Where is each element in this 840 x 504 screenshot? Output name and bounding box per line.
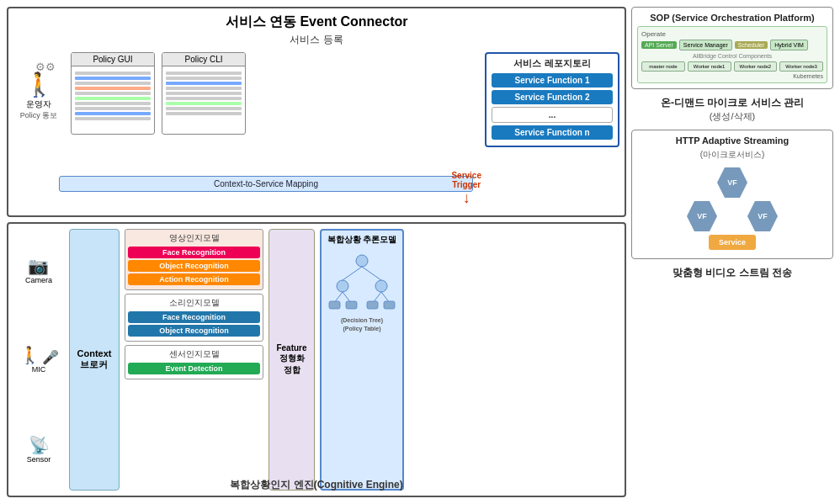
worker-row: master node Worker node1 Worker node2 Wo…	[641, 61, 823, 72]
svg-rect-11	[367, 301, 378, 309]
policy-gui-panel: Policy GUI	[71, 52, 155, 135]
service-btn: Service	[709, 235, 756, 250]
service-manager-block: Service Manager	[679, 40, 732, 50]
master-node: master node	[641, 61, 685, 72]
top-title: 서비스 연동 Event Connector	[13, 13, 619, 31]
policy-panels: Policy GUI	[71, 52, 478, 135]
desc1-sub: (생성/삭제)	[631, 110, 833, 123]
sensor-icon: 📡	[29, 435, 50, 455]
http-box: HTTP Adaptive Streaming (마이크로서비스) VF VF …	[631, 130, 833, 259]
top-inner: ⚙⚙ 🚶 운영자 Policy 통보 Policy GUI	[13, 52, 619, 147]
svg-point-0	[356, 255, 368, 267]
vf-left: VF	[687, 201, 717, 231]
bottom-section: 📷 Camera 🚶 🎤 MIC 📡 Sensor	[7, 222, 626, 497]
cognitive-engine-label: 복합상황인지 엔진(Cognitive Engine)	[8, 478, 625, 492]
worker-node2: Worker node2	[734, 61, 778, 72]
service-trigger: Service Trigger ↓	[451, 171, 481, 207]
decision-tree-svg: (Decision Tree) (Policy Table)	[324, 251, 400, 335]
face-recognition-btn: Face Recognition	[128, 247, 260, 258]
bottom-inner: 📷 Camera 🚶 🎤 MIC 📡 Sensor	[13, 229, 619, 491]
sop-operate-label: Operate	[641, 30, 823, 38]
sound-model-group: 소리인지모델 Face Recognition Object Recogniti…	[125, 294, 263, 342]
camera-label: Camera	[25, 276, 52, 284]
policy-cli-title: Policy CLI	[162, 53, 245, 66]
desc1-text: 온-디맨드 마이크로 서비스 관리	[631, 96, 833, 110]
action-recognition-btn: Action Recognition	[128, 273, 260, 285]
sound-object-btn: Object Recognition	[128, 325, 260, 337]
svg-rect-10	[346, 301, 357, 309]
sf-dots: ...	[492, 107, 613, 123]
inference-title: 복합상황 추론모델	[327, 234, 397, 246]
scheduler-btn: Scheduler	[735, 41, 768, 49]
policy-cli-content	[162, 66, 245, 134]
svg-text:(Policy Table): (Policy Table)	[343, 326, 381, 332]
api-server-btn: API Server	[641, 41, 677, 49]
top-section: 서비스 연동 Event Connector 서비스 등록 ⚙⚙ 🚶 운영자 P…	[7, 7, 626, 217]
sfn-button: Service Function n	[492, 125, 613, 140]
camera-icon: 📷	[28, 256, 49, 276]
desc2-text: 맞춤형 비디오 스트림 전송	[631, 266, 833, 280]
event-detection-btn: Event Detection	[128, 363, 260, 374]
sop-title: SOP (Service Orchestration Platform)	[637, 13, 827, 23]
left-side: 서비스 연동 Event Connector 서비스 등록 ⚙⚙ 🚶 운영자 P…	[7, 7, 626, 497]
sf1-button: Service Function 1	[492, 73, 613, 88]
context-broker: Context 브로커	[69, 229, 120, 491]
video-model-group: 영상인지모델 Face Recognition Object Recogniti…	[125, 229, 263, 290]
sensor-sensor: 📡 Sensor	[27, 435, 51, 464]
svg-text:(Decision Tree): (Decision Tree)	[341, 317, 383, 324]
camera-sensor: 📷 Camera	[25, 256, 52, 284]
service-repo: 서비스 레포지토리 Service Function 1 Service Fun…	[485, 52, 619, 147]
sound-model-title: 소리인지모델	[128, 297, 260, 309]
video-model-title: 영상인지모델	[128, 232, 260, 244]
sensor-model-title: 센서인지모델	[128, 348, 260, 360]
context-mapping: Context-to-Service Mapping	[59, 176, 473, 192]
sop-inner: Operate API Server Service Manager Sched…	[637, 26, 827, 83]
desc2-area: 맞춤형 비디오 스트림 전송	[631, 266, 833, 280]
vf-mid-row: VF VF	[687, 201, 778, 231]
mic-sensor: 🚶 🎤 MIC	[19, 345, 59, 374]
hybrid-vim-block: Hybrid VIM	[770, 40, 808, 50]
kubernetes-label: Kubernetes	[641, 73, 823, 79]
policy-gui-content	[72, 66, 154, 134]
main-container: 서비스 연동 Event Connector 서비스 등록 ⚙⚙ 🚶 운영자 P…	[0, 0, 840, 504]
svg-line-1	[343, 267, 362, 280]
inference-model: 복합상황 추론모델	[320, 229, 404, 491]
svg-point-4	[375, 280, 387, 292]
policy-gui-title: Policy GUI	[72, 53, 154, 66]
mic-label: MIC	[32, 365, 46, 374]
operator-area: ⚙⚙ 🚶 운영자 Policy 통보	[13, 61, 64, 121]
svg-point-3	[337, 280, 348, 292]
svg-line-2	[362, 267, 381, 280]
feature-normalization: Feature 정형화 정합	[268, 229, 315, 491]
sensors-area: 📷 Camera 🚶 🎤 MIC 📡 Sensor	[13, 229, 64, 491]
policy-cli-panel: Policy CLI	[162, 52, 246, 135]
service-repo-title: 서비스 레포지토리	[492, 57, 613, 70]
sop-box: SOP (Service Orchestration Platform) Ope…	[631, 7, 833, 89]
svg-rect-9	[329, 301, 340, 309]
http-sub: (마이크로서비스)	[637, 149, 827, 161]
vf-top: VF	[717, 167, 747, 198]
vf-top-row: VF	[717, 167, 747, 198]
vf-diagram: VF VF VF Service	[637, 164, 827, 253]
http-title: HTTP Adaptive Streaming	[637, 135, 827, 146]
right-side: SOP (Service Orchestration Platform) Ope…	[631, 7, 833, 497]
worker-node3: Worker node3	[779, 61, 823, 72]
service-row: Service	[709, 235, 756, 250]
vf-right: VF	[747, 201, 778, 231]
allbridge-label: AllBridge Control Components	[641, 53, 823, 59]
desc1-area: 온-디맨드 마이크로 서비스 관리 (생성/삭제)	[631, 96, 833, 123]
service-register: 서비스 등록	[13, 33, 619, 47]
operator-label: 운영자	[26, 98, 51, 110]
object-recognition-btn: Object Recognition	[128, 260, 260, 272]
sensor-model-group: 센서인지모델 Event Detection	[125, 345, 263, 379]
svg-rect-12	[384, 301, 395, 309]
sop-top-row: API Server Service Manager Scheduler Hyb…	[641, 40, 823, 50]
sound-face-btn: Face Recognition	[128, 311, 260, 323]
models-area: 영상인지모델 Face Recognition Object Recogniti…	[125, 229, 263, 491]
sf2-button: Service Function 2	[492, 90, 613, 104]
sensor-label: Sensor	[27, 455, 51, 464]
worker-node1: Worker node1	[688, 61, 731, 72]
policy-notify-label: Policy 통보	[20, 110, 58, 121]
operator-icon: 🚶	[24, 73, 54, 97]
